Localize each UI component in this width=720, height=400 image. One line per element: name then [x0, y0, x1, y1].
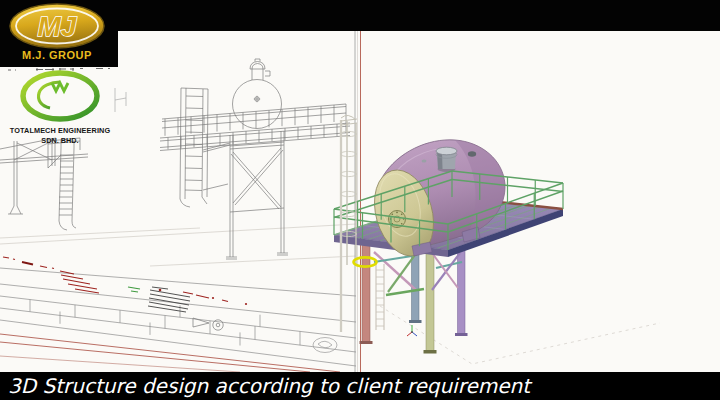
3d-model [334, 115, 660, 364]
small-nozzle [468, 151, 476, 156]
video-frame[interactable]: MJ M.J. GROUP TOTALMECH ENGINEERING SDN.… [0, 0, 720, 400]
ground-boundary [380, 306, 660, 364]
totalmech-suffix: SDN. BHD. [6, 136, 114, 145]
ladder-2d [48, 138, 80, 230]
red-annotations [3, 257, 247, 305]
totalmech-logo-block: TOTALMECH ENGINEERING SDN. BHD. [6, 70, 114, 145]
axis-triad [407, 325, 417, 336]
sheet-perspective-lines [0, 224, 356, 266]
section-marks [115, 88, 126, 112]
platform-2d [160, 104, 350, 151]
mj-group-logo-icon: MJ [0, 0, 118, 50]
mj-monogram: MJ [38, 11, 78, 42]
green-annotations [128, 287, 140, 292]
tank-elevation-2d [233, 59, 282, 129]
totalmech-name: TOTALMECH ENGINEERING [6, 126, 114, 135]
caption-bar: 3D Structure design according to client … [0, 372, 720, 400]
mj-group-label: M.J. GROUP [0, 49, 114, 61]
small-fitting [422, 159, 427, 162]
access-ladder [376, 264, 384, 330]
title-block [0, 268, 356, 372]
totalmech-logo-icon [8, 70, 112, 122]
top-nozzle [436, 147, 457, 172]
hatch-notes [148, 287, 190, 312]
support-frame-2d [226, 131, 288, 259]
left-structure [0, 138, 88, 214]
narrow-frame [180, 88, 230, 207]
caption-text: 3D Structure design according to client … [0, 374, 530, 398]
mj-group-logo-block: MJ M.J. GROUP [0, 0, 118, 67]
